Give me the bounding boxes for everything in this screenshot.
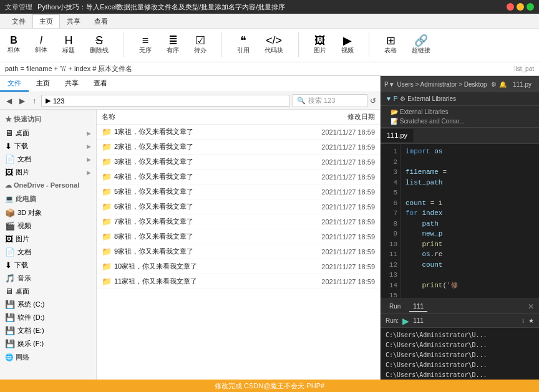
- word-tab-home[interactable]: 主页: [32, 14, 60, 28]
- sidebar-item-d[interactable]: 💾 软件 (D:): [0, 311, 96, 324]
- sidebar-item-3d[interactable]: 📦 3D 对象: [0, 206, 96, 219]
- ide-breadcrumb: Users > Administrator > Desktop: [397, 81, 488, 88]
- sidebar-onedrive-header: ☁ OneDrive - Personal: [0, 179, 96, 192]
- tree-node-scratch[interactable]: 📝 Scratches and Conso...: [391, 117, 534, 126]
- word-tab-share[interactable]: 共享: [60, 14, 87, 28]
- terminal-tab-run[interactable]: Run: [386, 302, 404, 311]
- nav-up[interactable]: ↑: [30, 95, 39, 107]
- sidebar-item-dl[interactable]: ⬇ 下载: [0, 259, 96, 272]
- search-box[interactable]: 🔍 搜索 123: [293, 94, 367, 107]
- italic-icon: I: [40, 36, 42, 45]
- ide-file-badge: 111.py: [509, 80, 535, 88]
- chevron-right-icon4: ▶: [87, 170, 91, 176]
- close-button[interactable]: [507, 3, 514, 11]
- explorer-tab-file[interactable]: 文件: [0, 76, 29, 92]
- file-row[interactable]: 📁 4家祖，你又来看我文章了 2021/11/27 18:59: [97, 170, 380, 184]
- sidebar-item-documents[interactable]: 📄 文档 ▶: [0, 153, 96, 166]
- drive-f-icon: 💾: [5, 339, 15, 348]
- title-bar-title: Python小技巧：导入Excel数据批量修改文件名及类型/批量添加名字内容/批…: [37, 2, 502, 12]
- desktop2-icon: 🖥: [5, 287, 13, 296]
- line-numbers: 12345 678910 1112131415: [381, 144, 401, 299]
- minimize-button[interactable]: [517, 3, 524, 11]
- file-row[interactable]: 📁 6家祖，你又来看我文章了 2021/11/27 18:59: [97, 199, 380, 214]
- sidebar-item-music[interactable]: 🎵 音乐: [0, 272, 96, 285]
- explorer-menu-tabs: 文件 主页 共享 查看: [0, 76, 380, 92]
- main-content: 文件 主页 共享 查看 ◀ ▶ ↑ ▶ 123 🔍 搜索 123 ↺ ★ 快速访…: [0, 76, 539, 380]
- ide-editor-tab[interactable]: 111.py: [381, 129, 414, 142]
- nav-path-folder: 123: [53, 97, 64, 105]
- folder-icon-4: 📁: [102, 172, 112, 181]
- ribbon-unordered[interactable]: ≡ 无序: [137, 34, 154, 56]
- nav-path[interactable]: ▶ 123: [41, 95, 290, 107]
- tree-node-ext[interactable]: 📂 External Libraries: [391, 107, 534, 117]
- ide-notifications-icon[interactable]: 🔔: [499, 81, 507, 88]
- file-row[interactable]: 📁 11家祖，你又来看我文章了 2021/11/27 18:59: [97, 274, 380, 289]
- sidebar-pc-header: 💻 此电脑: [0, 192, 96, 206]
- file-row[interactable]: 📁 8家祖，你又来看我文章了 2021/11/27 18:59: [97, 229, 380, 244]
- nav-path-arrow: ▶: [46, 97, 51, 105]
- ribbon-italic[interactable]: I 斜体: [32, 34, 50, 55]
- doc2-icon: 📄: [5, 247, 15, 257]
- sidebar-item-f[interactable]: 💾 娱乐 (F:): [0, 337, 96, 350]
- file-list-header: 名称 修改日期: [97, 110, 380, 125]
- sidebar-item-video[interactable]: 🎬 视频: [0, 219, 96, 232]
- explorer-tab-view[interactable]: 查看: [86, 76, 115, 92]
- file-row[interactable]: 📁 2家祖，你又来看我文章了 2021/11/27 18:59: [97, 140, 380, 155]
- terminal-tab-111[interactable]: 111: [409, 302, 427, 312]
- ribbon-strikethrough[interactable]: S 删除线: [87, 34, 111, 56]
- code-icon: </>: [266, 35, 282, 46]
- ide-project-tree: 📂 External Libraries 📝 Scratches and Con…: [381, 106, 539, 128]
- explorer-tab-share[interactable]: 共享: [57, 76, 86, 92]
- folder-icon-6: 📁: [102, 202, 112, 211]
- ribbon-todo[interactable]: ☑ 待办: [192, 34, 209, 56]
- ribbon-link[interactable]: 🔗 超链接: [409, 34, 433, 56]
- folder-icon-7: 📁: [102, 217, 112, 226]
- code-content[interactable]: import os filename = list_path count = 1…: [401, 144, 539, 299]
- drive-e-icon: 💾: [5, 326, 15, 335]
- terminal-side-icon1[interactable]: ↕: [522, 317, 525, 324]
- window-controls[interactable]: [507, 3, 534, 11]
- sidebar-item-pic[interactable]: 🖼 图片: [0, 232, 96, 246]
- terminal-close-icon[interactable]: ✕: [528, 302, 534, 311]
- terminal-side-icon2[interactable]: ★: [528, 317, 534, 324]
- sidebar-item-downloads[interactable]: ⬇ 下载 ▶: [0, 140, 96, 153]
- nav-forward[interactable]: ▶: [17, 95, 27, 107]
- nav-back[interactable]: ◀: [4, 95, 14, 107]
- maximize-button[interactable]: [527, 3, 534, 11]
- sidebar-item-c[interactable]: 💾 系统 (C:): [0, 298, 96, 311]
- word-tab-file[interactable]: 文件: [5, 14, 32, 28]
- watermark-bar: 修改完成 CSDN@魔王不会天·PHP#: [0, 380, 539, 392]
- file-row[interactable]: 📁 7家祖，你又来看我文章了 2021/11/27 18:59: [97, 214, 380, 229]
- sidebar-item-doc2[interactable]: 📄 文档: [0, 246, 96, 259]
- run-play-btn[interactable]: ▶: [402, 316, 409, 326]
- ribbon-codeblock[interactable]: </> 代码块: [262, 34, 286, 56]
- word-tab-view[interactable]: 查看: [87, 14, 115, 28]
- ribbon-image[interactable]: 🖼 图片: [311, 34, 329, 56]
- col-name: 名称: [102, 112, 288, 122]
- explorer-tab-home[interactable]: 主页: [29, 76, 57, 92]
- sidebar-item-e[interactable]: 💾 文档 (E:): [0, 324, 96, 337]
- folder-icon-2: 📁: [102, 142, 112, 151]
- file-explorer: 文件 主页 共享 查看 ◀ ▶ ↑ ▶ 123 🔍 搜索 123 ↺ ★ 快速访…: [0, 76, 381, 380]
- ide-project-selector[interactable]: P▼: [384, 81, 395, 88]
- pictures-icon: 🖼: [5, 168, 13, 177]
- file-row[interactable]: 📁 10家祖，你又来看我文章了 2021/11/27 18:59: [97, 259, 380, 274]
- project-tree-expand[interactable]: ▼ P: [386, 95, 397, 102]
- ribbon-heading[interactable]: H 标题: [60, 34, 77, 56]
- ribbon-table[interactable]: ⊞ 表格: [382, 34, 399, 56]
- refresh-btn[interactable]: ↺: [370, 97, 376, 105]
- ribbon-bold[interactable]: B 粗体: [5, 34, 22, 55]
- file-row[interactable]: 📁 5家祖，你又来看我文章了 2021/11/27 18:59: [97, 184, 380, 199]
- sidebar-item-desktop2[interactable]: 🖥 桌面: [0, 285, 96, 298]
- file-row[interactable]: 📁 9家祖，你又来看我文章了 2021/11/27 18:59: [97, 244, 380, 259]
- run-file-label: 111: [413, 317, 424, 324]
- file-row[interactable]: 📁 3家祖，你又来看我文章了 2021/11/27 18:59: [97, 155, 380, 170]
- sidebar-item-pictures[interactable]: 🖼 图片 ▶: [0, 166, 96, 179]
- file-row[interactable]: 📁 1家祖，你又来看我文章了 2021/11/27 18:59: [97, 125, 380, 140]
- ribbon-video[interactable]: ▶ 视频: [339, 34, 356, 56]
- document-icon: 📄: [5, 155, 15, 164]
- ide-settings-icon[interactable]: ⚙: [491, 81, 497, 88]
- ribbon-ordered[interactable]: ≣ 有序: [164, 34, 182, 56]
- sidebar-item-desktop[interactable]: 🖥 桌面 ▶: [0, 127, 96, 140]
- ribbon-quote[interactable]: ❝ 引用: [235, 34, 252, 56]
